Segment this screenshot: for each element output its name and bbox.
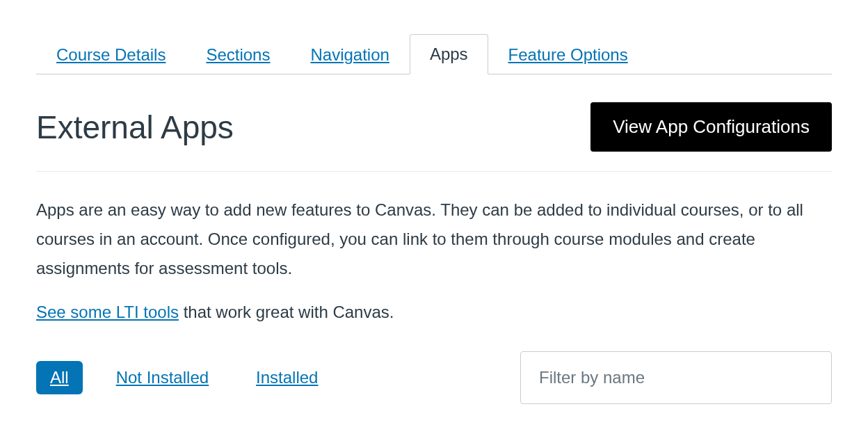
filter-by-name-input[interactable]: [520, 351, 832, 404]
view-app-configurations-button[interactable]: View App Configurations: [590, 102, 832, 152]
filter-all[interactable]: All: [36, 361, 83, 394]
lti-suffix-text: that work great with Canvas.: [179, 303, 394, 321]
page-title: External Apps: [36, 108, 234, 146]
tab-feature-options[interactable]: Feature Options: [488, 35, 648, 74]
filter-row: All Not Installed Installed: [36, 322, 832, 404]
tab-apps[interactable]: Apps: [410, 34, 488, 74]
tab-sections[interactable]: Sections: [186, 35, 290, 74]
filter-installed[interactable]: Installed: [242, 361, 332, 394]
tab-navigation[interactable]: Navigation: [290, 35, 409, 74]
filter-pills: All Not Installed Installed: [36, 361, 332, 394]
apps-description: Apps are an easy way to add new features…: [36, 172, 832, 283]
filter-not-installed[interactable]: Not Installed: [102, 361, 223, 394]
tab-course-details[interactable]: Course Details: [36, 35, 186, 74]
page-header: External Apps View App Configurations: [36, 74, 832, 172]
settings-tabs: Course Details Sections Navigation Apps …: [36, 33, 832, 74]
lti-tools-line: See some LTI tools that work great with …: [36, 283, 832, 322]
lti-tools-link[interactable]: See some LTI tools: [36, 303, 179, 321]
